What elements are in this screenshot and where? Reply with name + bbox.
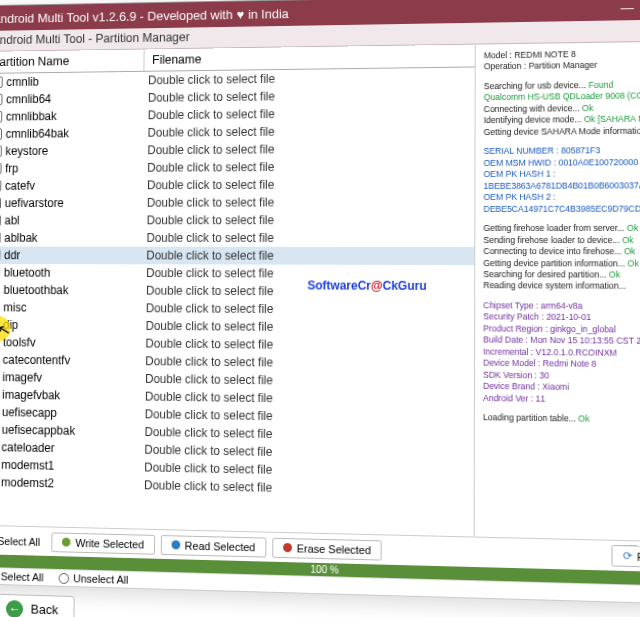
checkbox[interactable] bbox=[0, 180, 1, 192]
partition-label: cateloader bbox=[1, 440, 54, 455]
read-selected-button[interactable]: Read Selected bbox=[160, 535, 266, 558]
column-filename[interactable]: Filename bbox=[144, 45, 474, 71]
log-line: Sending firehose loader to device... Ok bbox=[483, 235, 640, 247]
checkbox[interactable] bbox=[0, 215, 1, 227]
checkbox[interactable] bbox=[0, 146, 2, 158]
checkbox[interactable] bbox=[0, 94, 2, 106]
log-line: Qualcomm HS-USB QDLoader 9008 (COM88) bbox=[484, 90, 640, 104]
checkbox[interactable] bbox=[0, 77, 3, 89]
filename-cell[interactable]: Double click to select file bbox=[142, 249, 474, 263]
checkbox[interactable] bbox=[0, 232, 1, 244]
table-row[interactable]: ddrDouble click to select file bbox=[0, 247, 474, 266]
partition-label: catefv bbox=[5, 179, 35, 193]
partition-label: cmnlib64 bbox=[6, 92, 51, 106]
partition-label: imagefvbak bbox=[2, 388, 60, 402]
column-partition-name[interactable]: Partition Name bbox=[0, 50, 145, 73]
partition-label: cmnlib bbox=[6, 75, 39, 89]
filename-cell[interactable]: Double click to select file bbox=[142, 266, 474, 281]
filename-cell[interactable]: Double click to select file bbox=[144, 123, 475, 139]
log-line: Searching for desired partition... Ok bbox=[483, 269, 640, 281]
log-line: SERIAL NUMBER : 805871F3 bbox=[484, 145, 640, 158]
filename-cell[interactable]: Double click to select file bbox=[144, 87, 475, 104]
partition-label: ddr bbox=[4, 249, 20, 263]
filename-cell[interactable]: Double click to select file bbox=[141, 372, 474, 390]
partition-label: uefisecapp bbox=[2, 405, 57, 419]
partition-label: bluetooth bbox=[4, 266, 51, 280]
table-row[interactable]: catefvDouble click to select file bbox=[0, 175, 474, 195]
heart-icon: ♥ bbox=[237, 7, 245, 22]
partition-label: misc bbox=[3, 301, 26, 315]
log-panel: Model : REDMI NOTE 8Operation : Partitio… bbox=[475, 41, 640, 541]
select-all-radio[interactable]: Select All bbox=[0, 534, 40, 547]
table-row[interactable]: bluetoothDouble click to select file bbox=[0, 264, 474, 283]
app-title-suffix: in India bbox=[248, 6, 289, 21]
partition-label: dip bbox=[3, 318, 18, 332]
filename-cell[interactable]: Double click to select file bbox=[144, 105, 475, 122]
log-line: Getting firehose loader from server... O… bbox=[483, 223, 640, 235]
reboot-icon: ⟳ bbox=[622, 549, 631, 563]
filename-cell[interactable]: Double click to select file bbox=[142, 301, 474, 317]
filename-cell[interactable]: Double click to select file bbox=[143, 177, 474, 192]
log-line: Reading device system information... bbox=[483, 281, 640, 293]
log-line: OEM PK HASH 1 : 1BEBE3863A6781DB4B01B0B6… bbox=[484, 168, 640, 192]
partition-label: cmnlib64bak bbox=[6, 127, 69, 141]
partition-label: ablbak bbox=[4, 231, 37, 245]
checkbox[interactable] bbox=[0, 197, 1, 209]
x-icon bbox=[283, 543, 292, 552]
partition-label: imagefv bbox=[2, 370, 42, 384]
checkbox[interactable] bbox=[0, 163, 2, 175]
table-row[interactable]: frpDouble click to select file bbox=[0, 157, 475, 177]
unselect-all-radio[interactable]: Unselect All bbox=[59, 572, 129, 586]
log-line: OEM MSM HWID : 0010A0E100720000 bbox=[484, 157, 640, 170]
down-arrow-icon bbox=[62, 538, 71, 547]
write-selected-button[interactable]: Write Selected bbox=[52, 532, 155, 554]
filename-cell[interactable]: Double click to select file bbox=[142, 337, 475, 354]
log-line: OEM PK HASH 2 : DEBE5CA14971C7C4B3985EC9… bbox=[483, 191, 640, 215]
filename-cell[interactable]: Double click to select file bbox=[141, 354, 474, 371]
partition-label: cmnlibbak bbox=[6, 109, 57, 123]
table-row[interactable]: ablDouble click to select file bbox=[0, 211, 474, 229]
partition-label: catecontentfv bbox=[3, 353, 71, 367]
filename-cell[interactable]: Double click to select file bbox=[144, 69, 474, 87]
reboot-button[interactable]: ⟳Reboot bbox=[611, 545, 640, 568]
log-line: Loading partition table... Ok bbox=[483, 412, 640, 427]
filename-cell[interactable]: Double click to select file bbox=[144, 141, 475, 157]
partition-label: keystore bbox=[5, 144, 48, 158]
filename-cell[interactable]: Double click to select file bbox=[142, 284, 474, 299]
checkbox[interactable] bbox=[0, 111, 2, 123]
partition-label: bluetoothbak bbox=[4, 283, 69, 297]
app-title-prefix: Android Multi Tool v1.2.6.9 - Developed … bbox=[0, 7, 233, 26]
partition-label: abl bbox=[4, 214, 19, 228]
partition-label: toolsfv bbox=[3, 336, 36, 350]
filename-cell[interactable]: Double click to select file bbox=[143, 159, 474, 175]
filename-cell[interactable]: Double click to select file bbox=[142, 319, 474, 335]
filename-cell[interactable]: Double click to select file bbox=[143, 213, 475, 227]
log-line: Getting device SAHARA Mode information..… bbox=[484, 125, 640, 138]
checkbox[interactable] bbox=[0, 128, 2, 140]
log-line: Connecting to device into firehose... Ok bbox=[483, 246, 640, 258]
minimize-button[interactable]: — bbox=[620, 0, 633, 15]
partition-label: uefivarstore bbox=[5, 196, 64, 210]
filename-cell[interactable]: Double click to select file bbox=[143, 195, 474, 210]
filename-cell[interactable]: Double click to select file bbox=[143, 231, 475, 245]
partition-label: modemst1 bbox=[1, 458, 54, 473]
partition-table: Partition Name Filename cmnlibDouble cli… bbox=[0, 45, 476, 537]
table-row[interactable]: uefivarstoreDouble click to select file bbox=[0, 193, 474, 212]
partition-label: frp bbox=[5, 162, 18, 176]
filename-cell[interactable]: Double click to select file bbox=[140, 478, 474, 499]
erase-selected-button[interactable]: Erase Selected bbox=[272, 537, 382, 560]
back-arrow-icon: ← bbox=[6, 599, 23, 617]
partition-label: modemst2 bbox=[1, 476, 54, 491]
table-row[interactable]: ablbakDouble click to select file bbox=[0, 229, 474, 247]
up-arrow-icon bbox=[171, 540, 180, 549]
partition-label: uefisecappbak bbox=[2, 423, 75, 438]
log-line: Getting device partition information... … bbox=[483, 258, 640, 270]
select-all-radio-2[interactable]: Select All bbox=[0, 570, 44, 583]
back-button[interactable]: ← Back bbox=[0, 593, 75, 617]
